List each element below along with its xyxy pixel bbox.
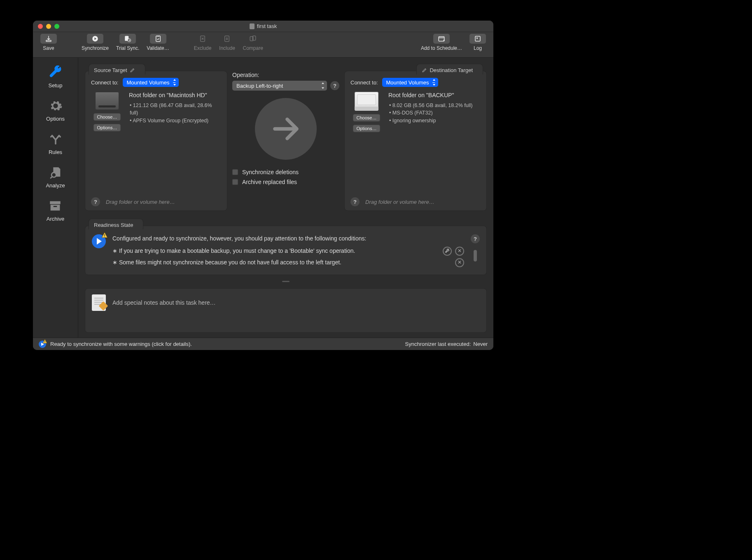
add-to-schedule-button[interactable]: Add to Schedule… [418, 34, 465, 51]
destination-tab-label: Destination Target [430, 67, 473, 73]
archive-box-icon [47, 198, 63, 213]
titlebar: first task [33, 21, 493, 32]
fix-button[interactable] [443, 247, 452, 256]
exclude-button: Exclude [191, 34, 215, 51]
source-connect-value: Mounted Volumes [127, 79, 170, 86]
chevron-updown-icon [432, 79, 436, 86]
status-text[interactable]: Ready to synchronize with some warnings … [50, 341, 192, 347]
operation-label: Operation: [232, 72, 339, 78]
readiness-panel: Readiness State Configured and ready to … [85, 226, 487, 275]
sidebar-setup-label: Setup [49, 82, 63, 89]
source-title: Root folder on "Macintosh HD" [129, 92, 221, 99]
destination-drop-hint: Drag folder or volume here… [365, 199, 434, 205]
sidebar-item-archive[interactable]: Archive [47, 198, 64, 222]
log-label: Log [474, 45, 482, 51]
destination-bullet: MS-DOS (FAT32) [389, 109, 481, 117]
include-label: Include [219, 45, 235, 51]
sync-deletions-label: Synchronize deletions [242, 169, 299, 175]
gear-icon [47, 98, 64, 113]
readiness-text: Configured and ready to synchronize, how… [112, 234, 464, 267]
destination-connect-select[interactable]: Mounted Volumes [382, 78, 438, 87]
notes-placeholder: Add special notes about this task here… [112, 299, 216, 306]
sidebar-item-rules[interactable]: Rules [47, 132, 64, 155]
destination-tab[interactable]: Destination Target [416, 64, 483, 75]
window-title-text: first task [257, 23, 277, 29]
synchronize-button[interactable]: Synchronize [78, 34, 112, 51]
source-details: 121.12 GB (86.47 GB avail, 28.6% full) A… [129, 102, 221, 125]
validate-label: Validate… [147, 45, 169, 51]
save-button[interactable]: Save [37, 34, 60, 51]
magnifier-doc-icon [47, 165, 64, 180]
scrollbar[interactable] [474, 250, 477, 261]
destination-connect-value: Mounted Volumes [386, 79, 429, 86]
checkbox-icon [232, 179, 238, 185]
source-tab-label: Source Target [94, 67, 127, 73]
svg-rect-10 [475, 36, 480, 41]
source-choose-button[interactable]: Choose… [93, 113, 121, 121]
sidebar-archive-label: Archive [47, 216, 64, 222]
source-tab[interactable]: Source Target [89, 64, 145, 75]
svg-rect-16 [104, 236, 105, 237]
source-options-button[interactable]: Options… [93, 124, 121, 131]
source-connect-select[interactable]: Mounted Volumes [123, 78, 179, 87]
operation-help-button[interactable]: ? [330, 81, 339, 90]
document-icon [250, 23, 255, 29]
dismiss-button[interactable]: ✕ [455, 247, 464, 256]
notes-field[interactable]: Add special notes about this task here… [112, 299, 216, 306]
sidebar-analyze-label: Analyze [46, 182, 65, 189]
body: Setup Options Rules Analyze [33, 58, 493, 338]
compare-label: Compare [243, 45, 263, 51]
warning-icon [101, 232, 108, 238]
include-button: Include [215, 34, 238, 51]
destination-details: 8.02 GB (6.56 GB avail, 18.2% full) MS-D… [388, 102, 481, 125]
sidebar-item-options[interactable]: Options [46, 98, 65, 122]
validate-button[interactable]: Validate… [143, 34, 172, 51]
source-panel: Source Target Connect to: Mounted Volume… [85, 71, 227, 211]
source-drop-hint: Drag folder or volume here… [106, 199, 175, 205]
trial-sync-label: Trial Sync. [116, 45, 139, 51]
external-drive-icon [355, 92, 378, 111]
log-button[interactable]: Log [466, 34, 489, 51]
add-to-schedule-label: Add to Schedule… [421, 45, 462, 51]
archive-replaced-label: Archive replaced files [242, 179, 297, 185]
svg-rect-15 [104, 234, 105, 236]
toolbar: Save Synchronize Trial Sync. Validate… E… [33, 32, 493, 58]
operation-value: Backup Left-to-right [236, 83, 283, 89]
destination-bullet: Ignoring ownership [389, 117, 481, 125]
sidebar-item-setup[interactable]: Setup [47, 65, 64, 89]
save-label: Save [43, 45, 54, 51]
destination-help-button[interactable]: ? [350, 197, 360, 206]
trial-sync-button[interactable]: Trial Sync. [113, 34, 142, 51]
source-connect-label: Connect to: [91, 79, 119, 86]
compare-button: Compare [239, 34, 266, 51]
splitter-handle[interactable] [85, 281, 487, 282]
sidebar-rules-label: Rules [49, 149, 62, 155]
pencil-icon [130, 68, 135, 73]
svg-rect-14 [54, 206, 57, 207]
status-last-exec-value: Never [473, 341, 488, 347]
sidebar: Setup Options Rules Analyze [33, 58, 78, 338]
pencil-icon [422, 68, 427, 73]
destination-bullet: 8.02 GB (6.56 GB avail, 18.2% full) [389, 102, 481, 110]
dismiss-button[interactable]: ✕ [455, 258, 464, 267]
source-help-button[interactable]: ? [91, 197, 100, 206]
svg-rect-18 [45, 342, 45, 343]
destination-choose-button[interactable]: Choose… [353, 114, 380, 121]
svg-rect-0 [46, 40, 51, 42]
svg-point-11 [51, 173, 56, 177]
operation-select[interactable]: Backup Left-to-right [232, 81, 327, 91]
source-bullet: APFS Volume Group (Encrypted) [130, 117, 221, 125]
wrench-icon [47, 65, 64, 80]
destination-title: Root folder on "BACKUP" [388, 92, 481, 99]
direction-arrow-icon [255, 98, 317, 160]
main: Source Target Connect to: Mounted Volume… [78, 58, 493, 338]
readiness-headline: Configured and ready to synchronize, how… [112, 234, 464, 243]
source-bullet: 121.12 GB (86.47 GB avail, 28.6% full) [130, 102, 221, 117]
status-last-exec-label: Synchronizer last executed: [405, 341, 471, 347]
archive-replaced-checkbox[interactable]: Archive replaced files [232, 179, 339, 185]
destination-options-button[interactable]: Options… [353, 125, 380, 132]
readiness-help-button[interactable]: ? [471, 234, 480, 243]
svg-rect-4 [156, 36, 160, 42]
sync-deletions-checkbox[interactable]: Synchronize deletions [232, 169, 339, 175]
sidebar-item-analyze[interactable]: Analyze [46, 165, 65, 189]
